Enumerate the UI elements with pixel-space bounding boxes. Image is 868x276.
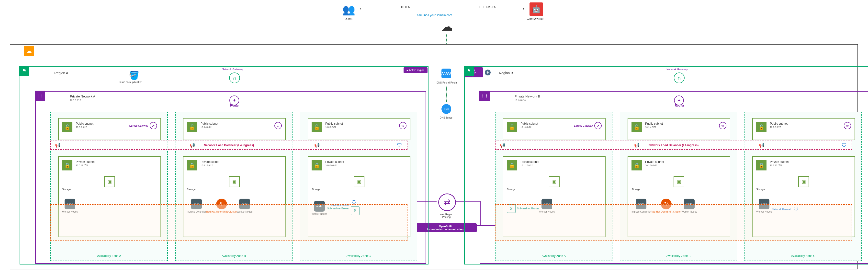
cloud-provider-icon: ☁ [24,46,34,56]
az-c2-title: Availability Zone C [745,254,861,258]
subnet-cidr: 10.1.0.0/22 [521,126,538,128]
arrow-users-domain: ◂ [362,9,407,9]
subnet-title: Public subnet [770,122,787,126]
users-icon: 👥 [342,4,355,16]
subnet-cidr: 10.0.4.0/22 [200,126,218,128]
lock-icon: 🔒 [631,160,642,170]
shield-icon: 🛡 [842,142,847,148]
nlb-label: Network Load Balancer (L4 ingress) [649,143,699,147]
nlb-icon: 📢 [189,142,195,148]
storage-icon: ▣ [674,176,684,187]
nlb-icon: 📢 [758,142,765,148]
storage-icon: ▣ [798,176,809,187]
storage-label: Storage [507,188,515,191]
storage-label: Storage [756,188,765,191]
lock-icon: 🔒 [62,160,72,170]
private-network-icon: ⬚ [35,91,45,101]
arrow-domain-client: ▸ [474,9,522,9]
egress-gateway-badge: Egress Gateway↗ [574,122,602,129]
nlb-icon: 📢 [314,142,320,148]
bucket-label: Elastic backup bucket [118,81,142,84]
subnet-cidr: 10.1.4.0/22 [645,126,663,128]
lock-icon: 🔓 [312,122,322,132]
subnet-title: Public subnet [645,122,663,126]
az-b-title: Availability Zone B [176,254,292,258]
pn-b-cidr: 10.1.0.0/16 [515,99,526,101]
lock-icon: 🔒 [756,160,767,170]
domain-label: camunda.yourDomain.com [417,13,452,17]
region-flag-icon: ⚑ [19,66,29,76]
public-subnet-az-b2: 🔓 Public subnet 10.1.4.0/22 ⊕ [628,118,730,140]
client-worker-icon: 🤖 [529,2,543,16]
storage-label: Storage [62,188,71,191]
lock-icon: 🔒 [312,160,322,170]
router-label: Router [675,104,684,107]
https-label: HTTPS [401,5,410,8]
lock-icon: 🔓 [187,122,197,132]
pn-b-title: Private Network B [515,94,540,98]
nlb-icon: 📢 [499,142,505,148]
az-b2-title: Availability Zone B [620,254,737,258]
az-c-title: Availability Zone C [300,254,417,258]
subnet-cidr: 10.1.16.0/22 [645,164,664,167]
network-icon: ⊕ [719,122,726,129]
network-icon: ⊕ [399,122,406,129]
private-network-icon: ⬚ [479,91,490,101]
public-subnet-az-c: 🔓 Public subnet 10.0.8.0/22 ⊕ [308,118,410,140]
az-a2-title: Availability Zone A [496,254,612,258]
subnet-cidr: 10.0.16.0/22 [200,164,219,167]
subnet-title: Private subnet [76,160,95,164]
https-grpc-label: HTTPS/gRPC [479,5,496,8]
internet-cloud-icon: ☁ [441,20,453,33]
storage-icon: ▣ [229,176,240,187]
network-icon: ⊕ [274,122,282,129]
router-label: Router [230,104,240,107]
subnet-title: Private subnet [521,160,539,164]
region-b-title: Region B [499,71,513,75]
users-label: Users [342,17,354,21]
public-subnet-az-c2: 🔓 Public subnet 10.1.8.0/22 ⊕ [752,118,855,140]
subnet-cidr: 10.0.8.0/22 [325,126,343,128]
network-gateway-icon: ∩ [229,73,240,83]
storage-icon: ▣ [549,176,560,187]
subnet-cidr: 10.0.12.0/22 [76,164,95,167]
public-subnet-az-b: 🔓 Public subnet 10.0.4.0/22 ⊕ [183,118,286,140]
public-subnet-az-a: 🔓 Public subnet 10.0.0.0/22 Egress Gatew… [58,118,161,140]
subnet-title: Private subnet [645,160,664,164]
subnet-cidr: 10.1.12.0/22 [521,164,539,167]
nlb-icon: 📢 [55,142,61,148]
lock-icon: 🔓 [507,122,517,132]
bucket-icon: 🪣 [129,70,139,80]
az-a-title: Availability Zone A [51,254,167,258]
client-worker-label: Client/Worker [525,17,547,21]
lock-icon: 🔓 [756,122,767,132]
subnet-title: Private subnet [200,160,219,164]
subnet-title: Public subnet [200,122,218,126]
subnet-cidr: 10.1.8.0/22 [770,126,787,128]
subnet-title: Public subnet [325,122,343,126]
region-a-box: ⚑ Region A 🪣 Elastic backup bucket Netwo… [20,66,429,265]
gateway-label: Network Gateway [222,68,243,71]
subnet-cidr: 10.0.20.0/22 [325,164,344,167]
openshift-cluster-bar [495,204,852,241]
lock-icon: 🔓 [631,122,642,132]
lock-icon: 🔓 [62,122,72,132]
nlb-label: Network Load Balancer (L4 ingress) [204,143,254,147]
nlb-icon: 📢 [634,142,640,148]
storage-icon: ▣ [354,176,364,187]
subnet-title: Private subnet [325,160,344,164]
pn-a-cidr: 10.0.0.0/16 [70,99,81,101]
storage-label: Storage [187,188,195,191]
region-a-title: Region A [54,71,68,75]
subnet-title: Public subnet [76,122,93,126]
public-subnet-az-a2: 🔓 Public subnet 10.1.0.0/22 Egress Gatew… [503,118,606,140]
lock-icon: 🔒 [507,160,517,170]
pn-a-title: Private Network A [70,94,95,98]
network-gateway-icon: ∩ [674,73,685,83]
nlb-bar: 📢 📢 📢 Network Load Balancer (L4 ingress)… [495,141,852,150]
subnet-title: Public subnet [521,122,538,126]
gateway-label: Network Gateway [666,68,688,71]
private-network-a-box: ⬚ Private Network A 10.0.0.0/16 ✦ Router… [35,91,426,264]
region-flag-icon: ⚑ [464,66,474,76]
storage-label: Storage [312,188,320,191]
